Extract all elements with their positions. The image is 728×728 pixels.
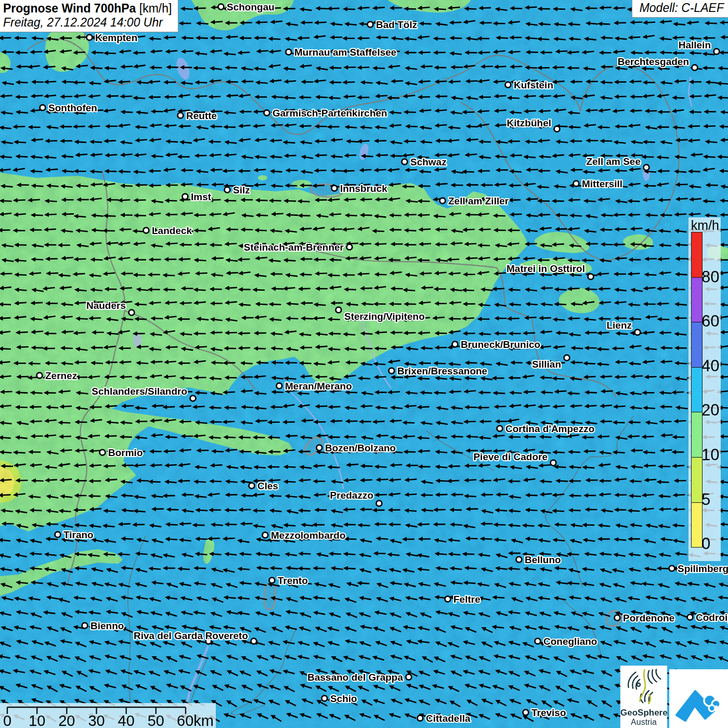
city: Bassano del Grappa [307,672,411,683]
city-dot [263,532,268,538]
city-dot [225,187,230,193]
city-label: Cortina d'Ampezzo [505,423,594,434]
map-datetime: Freitag, 27.12.2024 14:00 Uhr [3,16,172,29]
city-label: Zell am See [586,156,641,167]
city-dot [249,483,255,489]
city-label: Bruneck/Brunico [461,339,540,350]
city-label: Berchtesgaden [618,56,689,67]
city-dot [332,186,337,191]
legend-value: 20 [701,400,719,420]
city-label: Lienz [606,320,632,331]
city-label: Sterzing/Vipiteno [344,311,425,322]
city-label: Silz [233,185,250,196]
city-label: Sillian [532,359,561,370]
city: Meran/Merano [277,381,352,392]
city: Steinach-am-Brenner [244,242,353,253]
city-label: Conegliano [543,636,597,647]
city-label: Brixen/Bressanone [397,366,487,376]
city-label: Bormio [108,447,143,458]
scale-bar: 0102030405060km [0,703,216,728]
city-dot [644,165,649,171]
legend-block [691,277,703,323]
city-dot [418,716,423,721]
city: Schongau [218,2,275,12]
city-dot [588,274,594,280]
map-canvas: SchongauBad TölzMurnau am StaffelseeKemp… [0,0,728,728]
city-label: Meran/Merano [285,381,352,392]
city-label: Bienno [90,620,124,631]
city-dot [190,396,196,401]
city-dot [317,445,322,451]
mountain-cloud-logo [669,669,728,728]
legend-value: 5 [701,490,710,510]
city-dot [37,373,43,379]
city-dot [635,330,641,335]
city-dot [269,578,275,583]
city-dot [574,181,579,187]
city-label: Mittersill [582,178,622,189]
city: Brixen/Bressanone [389,366,488,376]
city-dot [129,310,135,316]
city-dot [144,228,149,233]
city-label: Pordenone [623,613,674,623]
legend-value: 60 [701,311,719,331]
legend-value: 40 [701,356,719,376]
city-label: Schwaz [410,157,447,167]
city-dot [440,198,446,204]
city-dot [389,368,395,374]
city-label: Garmisch-Partenkirchen [272,108,387,119]
city-label: Reutte [186,110,217,121]
legend: km/h 806040201050 [688,217,721,561]
city-dot [554,126,560,132]
city-dot [535,639,541,644]
city-dot [87,35,93,41]
city-label: Rovereto [205,630,248,641]
scale-label: 60km [177,712,214,728]
legend-block [691,412,703,458]
legend-block [691,502,703,548]
legend-value: 10 [701,445,719,465]
city: Cortina d'Ampezzo [497,423,595,434]
city-label: Tirano [63,529,94,540]
city: Innsbruck [332,183,388,194]
city-dot [564,355,570,361]
city-label: Schongau [227,2,275,12]
city-dot [551,460,556,466]
scale-label: 40 [118,712,135,728]
legend-color-bar [691,232,701,548]
city-label: Innsbruck [340,183,387,194]
city-label: Matrei in Osttirol [506,263,585,274]
city-dot [218,4,224,10]
city-label: Bad Tölz [376,19,417,30]
city-label: Belluno [525,554,561,565]
city-label: Zell am Ziller [448,196,509,206]
city: Bozen/Bolzano [317,443,396,453]
city-dot [452,342,458,347]
map-title-unit: [km/h] [139,2,172,15]
city: Conegliano [535,636,597,647]
city-dot [523,710,529,716]
city-dot [82,623,88,629]
legend-block [691,232,703,278]
city-label: Nauders [86,300,126,311]
city-label: Trento [278,575,308,586]
city-dot [55,532,61,538]
geosphere-logo-subtext: Austria [620,718,667,726]
city-label: Mezzolombardo [271,530,346,541]
city-dot [669,566,675,571]
city-label: Landeck [152,225,192,236]
legend-block [691,367,703,413]
geosphere-logo-text: GeoSphere [620,708,667,718]
city: Zell am Ziller [440,196,509,206]
city-dot [277,383,282,389]
city-label: Schio [330,693,357,704]
city-dot [445,596,451,602]
city-dot [687,615,693,620]
scale-label: 0 [3,712,11,728]
legend-title: km/h [691,218,719,233]
city-label: Zernez [45,370,77,381]
city-dot [286,49,292,55]
city-label: Pieve di Cadore [473,451,548,462]
city-dot [615,615,620,621]
model-label: Modell: C-LAEF [632,0,728,18]
